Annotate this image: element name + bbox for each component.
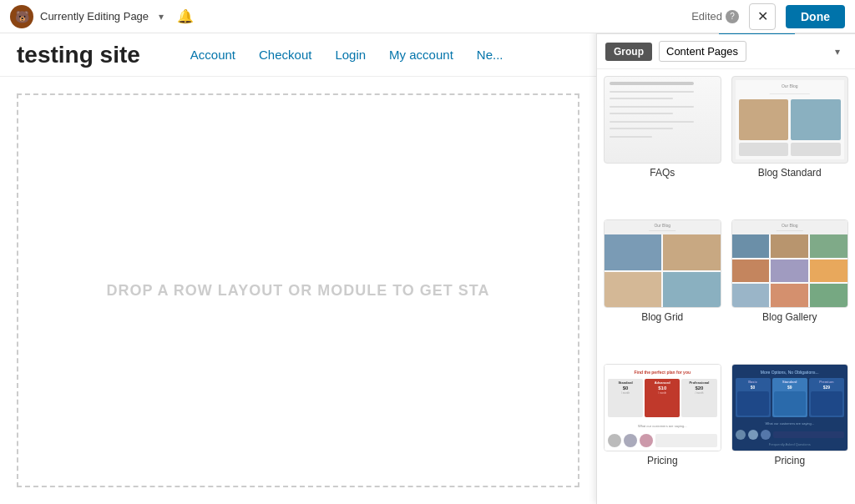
drop-zone[interactable]: DROP A ROW LAYOUT OR MODULE TO GET STA — [17, 93, 579, 487]
filter-select[interactable]: Content Pages — [659, 41, 746, 62]
top-bar: 🐻 Currently Editing Page ▾ 🔔 Edited ? ✕ … — [0, 0, 855, 33]
template-pricing-blue[interactable]: More Options, No Obligations... Basic $0… — [731, 364, 849, 497]
nav-myaccount[interactable]: My account — [389, 48, 453, 62]
top-bar-right: Edited ? ✕ Done — [691, 3, 845, 30]
chevron-down-icon[interactable]: ▾ — [159, 11, 164, 23]
template-label-pricing-red: Pricing — [647, 455, 678, 466]
template-pricing-red[interactable]: Find the perfect plan for you Standard $… — [604, 364, 721, 497]
template-blog-grid[interactable]: Our Blog ———————— Blog Grid — [604, 219, 721, 353]
nav-checkout[interactable]: Checkout — [259, 48, 311, 62]
template-label-blog-grid: Blog Grid — [641, 311, 683, 323]
drop-text: DROP A ROW LAYOUT OR MODULE TO GET STA — [106, 282, 489, 300]
close-button[interactable]: ✕ — [749, 3, 776, 30]
template-faqs[interactable]: FAQs — [604, 76, 721, 209]
templates-panel: Modules Rows Templates Saved Group Conte… — [596, 0, 855, 504]
template-label-pricing-blue: Pricing — [774, 455, 805, 466]
nav-links: Account Checkout Login My account Ne... — [190, 48, 503, 62]
template-blog-gallery[interactable]: Our Blog ———————— — [731, 219, 849, 353]
canvas-area: DROP A ROW LAYOUT OR MODULE TO GET STA — [0, 77, 596, 504]
edited-badge: Edited ? — [691, 10, 739, 23]
filter-select-wrapper: Content Pages — [659, 41, 847, 62]
template-blog-standard[interactable]: Our Blog ———————————— Blog Standard — [731, 76, 849, 209]
template-label-blog-standard: Blog Standard — [758, 167, 822, 179]
template-label-blog-gallery: Blog Gallery — [762, 311, 817, 323]
editing-label: Currently Editing Page — [40, 10, 149, 23]
bell-icon[interactable]: 🔔 — [177, 8, 194, 24]
nav-account[interactable]: Account — [190, 48, 235, 62]
template-label-faqs: FAQs — [650, 167, 675, 179]
done-button[interactable]: Done — [786, 5, 845, 28]
template-thumb-pricing-red: Find the perfect plan for you Standard $… — [604, 364, 721, 451]
top-bar-left: 🐻 Currently Editing Page ▾ 🔔 — [10, 5, 194, 28]
template-thumb-blog-grid: Our Blog ———————— — [604, 219, 721, 307]
nav-more[interactable]: Ne... — [477, 48, 503, 62]
template-thumb-blog-gallery: Our Blog ———————— — [731, 219, 849, 307]
template-thumb-faqs — [604, 76, 721, 164]
template-thumb-pricing-blue: More Options, No Obligations... Basic $0… — [731, 364, 849, 451]
help-icon[interactable]: ? — [726, 10, 739, 23]
logo-icon: 🐻 — [10, 5, 33, 28]
panel-filter: Group Content Pages — [597, 34, 855, 69]
template-thumb-blog-standard: Our Blog ———————————— — [731, 76, 849, 164]
templates-grid: FAQs Our Blog ———————————— Blo — [597, 69, 855, 504]
site-title: testing site — [17, 42, 140, 68]
group-badge: Group — [605, 43, 652, 61]
nav-login[interactable]: Login — [335, 48, 366, 62]
